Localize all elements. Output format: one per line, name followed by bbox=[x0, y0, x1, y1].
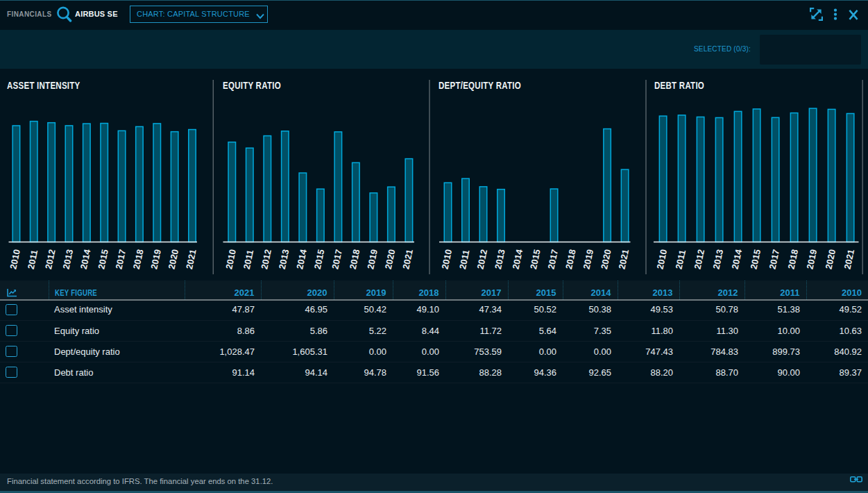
svg-text:2011: 2011 bbox=[26, 249, 40, 270]
svg-text:2017: 2017 bbox=[114, 249, 128, 270]
svg-text:2019: 2019 bbox=[805, 249, 819, 270]
svg-text:2012: 2012 bbox=[692, 249, 707, 270]
svg-text:2010: 2010 bbox=[655, 249, 670, 270]
svg-text:2014: 2014 bbox=[730, 248, 744, 270]
svg-text:2013: 2013 bbox=[711, 249, 726, 270]
svg-text:2019: 2019 bbox=[365, 249, 380, 270]
svg-text:2010: 2010 bbox=[439, 249, 454, 270]
svg-text:2015: 2015 bbox=[749, 249, 763, 270]
svg-text:2018: 2018 bbox=[348, 249, 362, 270]
svg-text:2010: 2010 bbox=[223, 249, 238, 270]
svg-text:2021: 2021 bbox=[842, 249, 857, 270]
svg-text:2020: 2020 bbox=[383, 249, 398, 270]
svg-text:2021: 2021 bbox=[400, 249, 415, 270]
svg-text:2013: 2013 bbox=[493, 249, 507, 270]
svg-text:2011: 2011 bbox=[241, 249, 256, 270]
svg-text:2013: 2013 bbox=[277, 249, 291, 270]
svg-text:2020: 2020 bbox=[824, 249, 838, 270]
svg-text:2021: 2021 bbox=[184, 249, 198, 270]
svg-text:2014: 2014 bbox=[294, 248, 309, 270]
svg-text:2018: 2018 bbox=[131, 249, 146, 270]
svg-text:2020: 2020 bbox=[599, 249, 613, 270]
svg-text:2017: 2017 bbox=[546, 249, 561, 270]
svg-text:2014: 2014 bbox=[78, 248, 93, 270]
svg-text:2020: 2020 bbox=[167, 249, 181, 270]
svg-text:2018: 2018 bbox=[563, 249, 578, 270]
svg-text:2019: 2019 bbox=[581, 249, 596, 270]
svg-text:2012: 2012 bbox=[259, 249, 273, 270]
svg-text:2012: 2012 bbox=[475, 249, 489, 270]
svg-text:2012: 2012 bbox=[43, 249, 58, 270]
svg-text:2019: 2019 bbox=[148, 249, 163, 270]
svg-text:2015: 2015 bbox=[312, 249, 327, 270]
svg-text:2015: 2015 bbox=[96, 249, 110, 270]
svg-text:2021: 2021 bbox=[617, 249, 631, 270]
svg-text:2011: 2011 bbox=[674, 249, 688, 270]
svg-text:2018: 2018 bbox=[786, 249, 801, 270]
svg-text:2011: 2011 bbox=[457, 249, 472, 270]
svg-text:2017: 2017 bbox=[767, 249, 782, 270]
svg-text:2017: 2017 bbox=[330, 249, 344, 270]
svg-text:2015: 2015 bbox=[528, 249, 543, 270]
svg-text:2014: 2014 bbox=[511, 248, 525, 270]
svg-text:2013: 2013 bbox=[60, 249, 75, 270]
svg-text:2010: 2010 bbox=[8, 249, 22, 270]
